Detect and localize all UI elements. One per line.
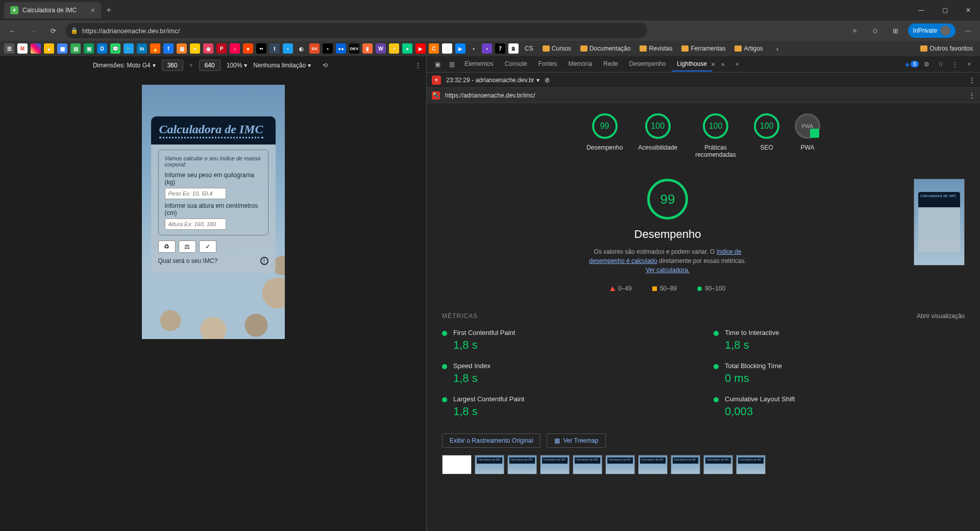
bookmark-folder[interactable]: Revistas xyxy=(636,44,675,53)
emulated-viewport[interactable]: Calculadora de IMC Vamos calcular o seu … xyxy=(142,85,285,339)
filmstrip-frame[interactable]: Calculadora de IMC xyxy=(475,455,504,474)
throttle-selector[interactable]: Nenhuma limitação ▾ xyxy=(253,62,311,69)
submit-button[interactable]: ✓ xyxy=(199,240,216,253)
balance-button[interactable]: ⚖ xyxy=(179,240,196,253)
bookmark-icon[interactable]: ▶ xyxy=(455,43,465,54)
bookmark-icon[interactable]: W xyxy=(376,43,386,54)
customize-icon[interactable]: ⁝⁝ xyxy=(934,58,947,71)
other-bookmarks-folder[interactable]: Outros favoritos xyxy=(917,44,976,53)
new-tab-icon[interactable]: + xyxy=(730,58,744,71)
menu-button[interactable]: ⋯ xyxy=(960,22,976,39)
bookmark-tumblr-icon[interactable]: t xyxy=(270,43,280,54)
lighthouse-menu-icon[interactable]: ⋮ xyxy=(969,77,975,84)
bookmark-folder[interactable]: CS xyxy=(522,44,536,53)
zoom-selector[interactable]: 100% ▾ xyxy=(227,62,248,69)
settings-icon[interactable]: ⚙ xyxy=(920,58,933,71)
bookmark-icon[interactable]: 7 xyxy=(495,43,505,54)
bookmark-dev-icon[interactable]: DEV xyxy=(349,43,359,54)
bookmark-icon[interactable]: ● xyxy=(190,43,200,54)
inspect-element-icon[interactable]: ▣ xyxy=(431,58,444,71)
bookmark-folder[interactable]: Ferramentas xyxy=(678,44,728,53)
tab-memoria[interactable]: Memória xyxy=(563,57,597,71)
device-selector[interactable]: Dimensões: Moto G4 ▾ xyxy=(93,62,156,69)
reset-button[interactable]: ♻ xyxy=(158,240,176,253)
gauge-desempenho[interactable]: 99 Desempenho xyxy=(586,113,623,158)
new-audit-button[interactable]: + xyxy=(432,76,441,85)
bookmark-icon[interactable]: DX xyxy=(309,43,320,54)
device-height-input[interactable] xyxy=(199,60,220,71)
bookmark-twitter-icon[interactable]: 🐦 xyxy=(124,43,134,54)
clear-icon[interactable]: ⊘ xyxy=(545,77,550,84)
bookmark-docs-icon[interactable]: ▦ xyxy=(57,43,67,54)
bookmark-folder[interactable]: Documentação xyxy=(577,44,634,53)
toggle-device-icon[interactable]: ▥ xyxy=(445,58,458,71)
gauge-acessibilidade[interactable]: 100 Acessibilidade xyxy=(638,113,677,158)
browser-tab[interactable]: + Calculadora de IMC × xyxy=(4,2,101,18)
tab-lighthouse[interactable]: Lighthouse xyxy=(672,57,712,71)
bookmark-folder[interactable]: Cursos xyxy=(540,44,574,53)
bookmark-icon[interactable]: ▪ xyxy=(469,43,479,54)
minimize-button[interactable]: — xyxy=(910,0,933,20)
devtools-close-icon[interactable]: × xyxy=(963,58,976,71)
bookmark-youtube-icon[interactable]: ▶ xyxy=(415,43,426,54)
bookmark-facebook-icon[interactable]: f xyxy=(163,43,174,54)
new-tab-button[interactable]: + xyxy=(101,5,117,16)
tab-desempenho[interactable]: Desempenho xyxy=(624,57,671,71)
tab-close-icon[interactable]: × xyxy=(711,60,715,68)
weight-input[interactable] xyxy=(165,188,226,199)
maximize-button[interactable]: ▢ xyxy=(933,0,957,20)
bookmarks-overflow-chevron[interactable]: › xyxy=(769,40,786,57)
bookmark-drive-icon[interactable]: ▲ xyxy=(44,43,54,54)
inprivate-badge[interactable]: InPrivate xyxy=(908,23,955,38)
bookmark-icon[interactable]: •• xyxy=(256,43,266,54)
bookmark-icon[interactable]: ◎ xyxy=(442,43,452,54)
bookmark-instagram-icon[interactable]: ◉ xyxy=(203,43,213,54)
bookmark-icon[interactable]: ▪ xyxy=(283,43,293,54)
bookmark-icon[interactable]: C xyxy=(429,43,439,54)
lighthouse-more-icon[interactable]: ⋮ xyxy=(969,92,975,99)
expand-metrics-link[interactable]: Abrir visualização xyxy=(917,312,965,320)
back-button[interactable]: ← xyxy=(4,22,20,39)
gauge-pwa[interactable]: PWA PWA xyxy=(795,113,820,158)
tab-elementos[interactable]: Elementos xyxy=(459,57,499,71)
info-icon[interactable]: ! xyxy=(260,257,268,265)
forward-button[interactable]: → xyxy=(24,22,41,39)
bookmark-pinterest-icon[interactable]: P xyxy=(216,43,227,54)
tab-rede[interactable]: Rede xyxy=(598,57,623,71)
bookmark-icon[interactable]: ▦ xyxy=(177,43,187,54)
view-treemap-button[interactable]: ▦Ver Treemap xyxy=(547,433,606,448)
bookmark-reddit-icon[interactable]: ● xyxy=(243,43,253,54)
gauge-seo[interactable]: 100 SEO xyxy=(754,113,779,158)
bookmark-icon[interactable] xyxy=(31,43,41,54)
filmstrip-frame[interactable]: Calculadora de IMC xyxy=(540,455,570,474)
bookmark-file-icon[interactable]: 🗎 xyxy=(508,43,519,54)
lighthouse-report[interactable]: 99 Desempenho 100 Acessibilidade 100 Prá… xyxy=(427,103,980,531)
bookmark-gmail-icon[interactable]: M xyxy=(17,43,28,54)
reload-button[interactable]: ⟳ xyxy=(45,22,61,39)
filmstrip-frame[interactable] xyxy=(442,455,472,474)
run-selector[interactable]: 23:32:29 - adrianoenache.dev.br ▾ xyxy=(446,77,540,84)
filmstrip-frame[interactable]: Calculadora de IMC xyxy=(638,455,668,474)
filmstrip-frame[interactable]: Calculadora de IMC xyxy=(736,455,766,474)
bookmark-icon[interactable]: ▪ xyxy=(389,43,399,54)
bookmark-icon[interactable]: ▪ xyxy=(482,43,492,54)
bookmark-flickr-icon[interactable]: ●● xyxy=(336,43,346,54)
bookmark-icon[interactable]: ● xyxy=(402,43,412,54)
bookmark-sheets-icon[interactable]: ▤ xyxy=(70,43,81,54)
filmstrip-frame[interactable]: Calculadora de IMC xyxy=(507,455,537,474)
device-menu-button[interactable]: ⋮ xyxy=(415,62,421,69)
filmstrip-frame[interactable]: Calculadora de IMC xyxy=(703,455,733,474)
bookmark-icon[interactable]: ▮ xyxy=(362,43,373,54)
final-screenshot-thumb[interactable]: Calculadora de IMC xyxy=(914,179,965,266)
bookmark-icon[interactable]: ▣ xyxy=(84,43,94,54)
height-input[interactable] xyxy=(165,219,226,230)
bookmark-icon[interactable]: 🔥 xyxy=(150,43,160,54)
more-tabs-icon[interactable]: » xyxy=(716,58,729,71)
gauge-praticas[interactable]: 100 Práticas recomendadas xyxy=(693,113,739,158)
filmstrip-frame[interactable]: Calculadora de IMC xyxy=(671,455,700,474)
calculator-link[interactable]: Ver calculadora. xyxy=(646,267,690,274)
filmstrip-frame[interactable]: Calculadora de IMC xyxy=(605,455,635,474)
bookmark-icon[interactable]: ▪ xyxy=(323,43,333,54)
tracking-icon[interactable]: ✧ xyxy=(847,22,863,39)
bookmark-extension-icon[interactable]: ☰ xyxy=(4,43,14,54)
